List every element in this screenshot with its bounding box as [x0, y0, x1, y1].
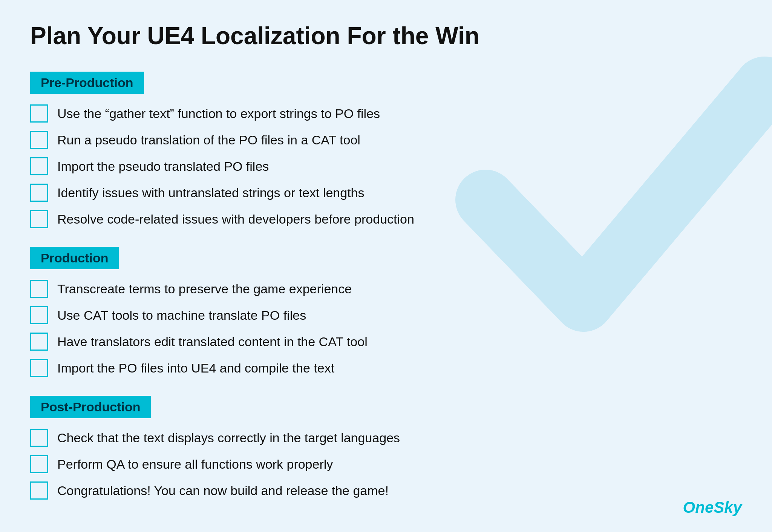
checklist-item-text: Use the “gather text” function to export… [57, 105, 380, 122]
checklist-item: Identify issues with untranslated string… [30, 184, 742, 202]
checkbox[interactable] [30, 481, 48, 500]
checkbox[interactable] [30, 210, 48, 228]
sections-container: Pre-ProductionUse the “gather text” func… [30, 68, 742, 500]
checkbox[interactable] [30, 333, 48, 351]
checkbox[interactable] [30, 429, 48, 447]
checklist-item: Have translators edit translated content… [30, 333, 742, 351]
section-header-pre-production: Pre-Production [30, 72, 144, 94]
checkbox[interactable] [30, 184, 48, 202]
checklist-item: Use CAT tools to machine translate PO fi… [30, 306, 742, 324]
section-pre-production: Pre-ProductionUse the “gather text” func… [30, 68, 742, 228]
checklist-item: Resolve code-related issues with develop… [30, 210, 742, 228]
checklist-item-text: Perform QA to ensure all functions work … [57, 456, 333, 472]
checkbox[interactable] [30, 280, 48, 298]
page-title: Plan Your UE4 Localization For the Win [30, 23, 742, 49]
section-header-post-production: Post-Production [30, 396, 151, 418]
checklist-item-text: Check that the text displays correctly i… [57, 429, 400, 446]
section-production: ProductionTranscreate terms to preserve … [30, 243, 742, 377]
checklist-item-text: Import the PO files into UE4 and compile… [57, 360, 334, 376]
section-post-production: Post-ProductionCheck that the text displ… [30, 392, 742, 500]
brand-text-one: One [683, 498, 714, 516]
checkbox[interactable] [30, 157, 48, 175]
checklist-item: Run a pseudo translation of the PO files… [30, 131, 742, 149]
checkbox[interactable] [30, 131, 48, 149]
checklist-item-text: Transcreate terms to preserve the game e… [57, 281, 352, 297]
checklist-item-text: Import the pseudo translated PO files [57, 158, 269, 175]
checklist-item-text: Congratulations! You can now build and r… [57, 482, 389, 499]
checklist-item-text: Identify issues with untranslated string… [57, 184, 365, 201]
checklist-item: Use the “gather text” function to export… [30, 104, 742, 123]
checklist-item-text: Have translators edit translated content… [57, 333, 368, 350]
page-container: Plan Your UE4 Localization For the Win P… [0, 0, 772, 532]
checkbox[interactable] [30, 306, 48, 324]
section-header-production: Production [30, 247, 119, 269]
checklist-item: Congratulations! You can now build and r… [30, 481, 742, 500]
main-content: Plan Your UE4 Localization For the Win P… [30, 23, 742, 500]
checkbox[interactable] [30, 455, 48, 473]
checklist-item: Perform QA to ensure all functions work … [30, 455, 742, 473]
checkbox[interactable] [30, 104, 48, 123]
onesky-brand: OneSky [683, 498, 742, 517]
checklist-item-text: Resolve code-related issues with develop… [57, 211, 414, 227]
checklist-item-text: Use CAT tools to machine translate PO fi… [57, 307, 306, 323]
checklist-item-text: Run a pseudo translation of the PO files… [57, 132, 360, 148]
checklist-item: Check that the text displays correctly i… [30, 429, 742, 447]
checklist-item: Transcreate terms to preserve the game e… [30, 280, 742, 298]
checklist-item: Import the pseudo translated PO files [30, 157, 742, 175]
checklist-item: Import the PO files into UE4 and compile… [30, 359, 742, 377]
brand-text-sky: Sky [714, 498, 742, 516]
checkbox[interactable] [30, 359, 48, 377]
